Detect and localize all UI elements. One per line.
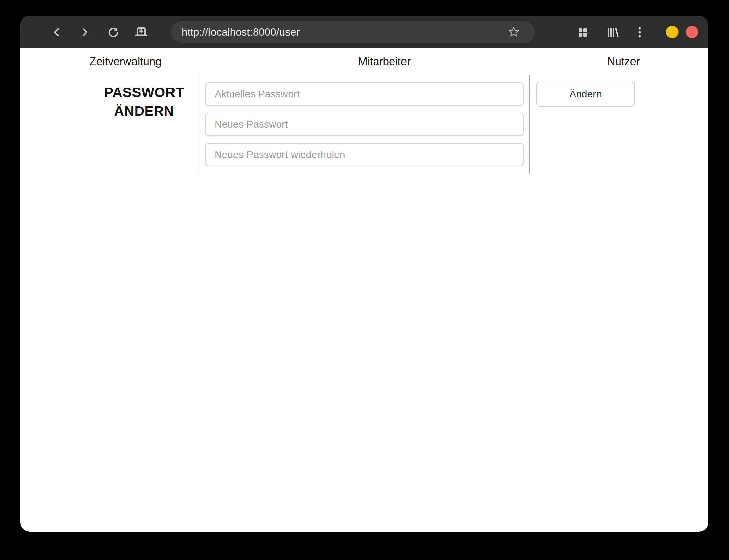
- section-title-column: PASSWORT ÄNDERN: [89, 75, 199, 174]
- window-minimize-button[interactable]: [666, 26, 679, 38]
- library-icon: [605, 26, 620, 39]
- section-title-line1: PASSWORT: [104, 83, 184, 102]
- menu-button[interactable]: [629, 16, 650, 48]
- url-bar[interactable]: http://localhost:8000/user: [171, 21, 535, 43]
- back-icon: [50, 26, 63, 39]
- forward-icon: [78, 26, 91, 39]
- new-tab-icon: [134, 26, 149, 39]
- kebab-menu-icon: [634, 25, 646, 40]
- grid-icon: [577, 26, 589, 38]
- desktop-background: http://localhost:8000/user: [0, 0, 729, 560]
- submit-column: Ändern: [530, 75, 640, 174]
- back-button[interactable]: [46, 16, 68, 48]
- nav-item-nutzer[interactable]: Nutzer: [607, 55, 640, 68]
- repeat-password-input[interactable]: [205, 143, 524, 166]
- window-close-button[interactable]: [686, 26, 698, 38]
- section-title-line2: ÄNDERN: [104, 102, 184, 120]
- library-button[interactable]: [602, 16, 623, 48]
- web-page: Zeitverwaltung Mitarbeiter Nutzer PASSWO…: [20, 48, 708, 174]
- browser-toolbar: http://localhost:8000/user: [20, 16, 708, 48]
- forward-button[interactable]: [74, 16, 95, 48]
- url-text: http://localhost:8000/user: [182, 26, 506, 38]
- current-password-input[interactable]: [205, 82, 524, 106]
- star-icon: [507, 25, 520, 39]
- apps-grid-button[interactable]: [572, 16, 593, 48]
- password-change-section: PASSWORT ÄNDERN Ändern: [89, 75, 640, 174]
- new-tab-button[interactable]: [130, 16, 152, 48]
- main-navigation: Zeitverwaltung Mitarbeiter Nutzer: [89, 48, 640, 75]
- nav-item-mitarbeiter[interactable]: Mitarbeiter: [358, 55, 411, 68]
- password-form-column: [199, 75, 530, 174]
- nav-item-zeitverwaltung[interactable]: Zeitverwaltung: [89, 55, 162, 68]
- new-password-input[interactable]: [205, 113, 524, 136]
- reload-button[interactable]: [103, 16, 124, 48]
- browser-window: http://localhost:8000/user: [20, 16, 708, 532]
- section-title: PASSWORT ÄNDERN: [104, 83, 184, 120]
- reload-icon: [107, 26, 120, 39]
- bookmark-star-button[interactable]: [506, 25, 521, 40]
- change-password-button[interactable]: Ändern: [536, 82, 635, 107]
